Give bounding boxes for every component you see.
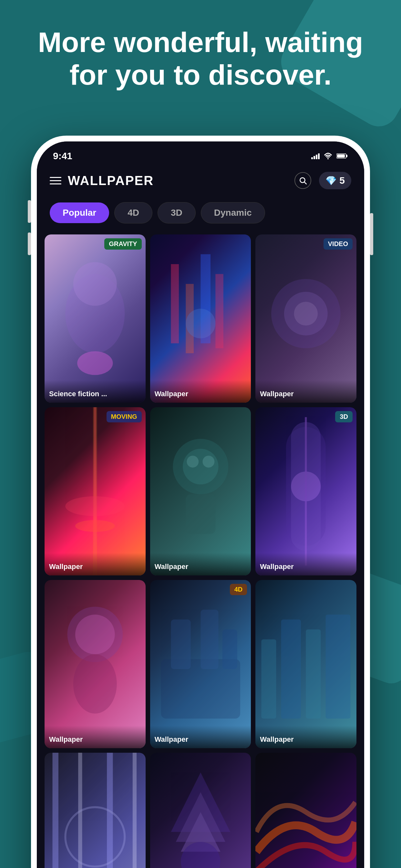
status-indicators xyxy=(311,153,348,159)
wallpaper-bg-6 xyxy=(255,407,357,576)
volume-down-button xyxy=(28,232,31,255)
app-title: WALLPAPER xyxy=(68,174,154,188)
svg-rect-3 xyxy=(337,154,345,158)
grid-item-5[interactable]: Wallpaper xyxy=(150,407,251,576)
menu-button[interactable] xyxy=(50,177,61,184)
item-label-4: Wallpaper xyxy=(44,553,146,576)
wallpaper-bg-2 xyxy=(150,235,251,403)
svg-rect-2 xyxy=(346,155,347,157)
svg-rect-34 xyxy=(171,620,190,669)
wallpaper-art-7 xyxy=(44,580,146,748)
signal-bar-3 xyxy=(316,155,317,159)
gems-count: 5 xyxy=(339,175,345,186)
grid-item-12[interactable]: Wallpaper xyxy=(255,753,357,868)
grid-item-6[interactable]: 3D Wallpaper xyxy=(255,407,357,576)
tab-dynamic[interactable]: Dynamic xyxy=(201,202,265,223)
wallpaper-art-6 xyxy=(255,407,357,576)
signal-bar-4 xyxy=(318,153,320,159)
svg-point-8 xyxy=(77,351,113,375)
svg-line-5 xyxy=(305,182,306,184)
menu-bar-1 xyxy=(50,177,61,178)
power-button xyxy=(370,213,373,255)
svg-point-20 xyxy=(75,520,115,532)
wallpaper-bg-3 xyxy=(255,235,357,403)
svg-rect-38 xyxy=(281,620,301,719)
phone-mockup: 9:41 xyxy=(31,135,370,868)
grid-item-1[interactable]: GRAVITY Science fiction ... xyxy=(44,235,146,403)
svg-point-23 xyxy=(187,456,198,468)
tab-popular[interactable]: Popular xyxy=(50,203,109,223)
grid-item-7[interactable]: Wallpaper xyxy=(44,580,146,748)
hero-title: More wonderful, waiting for you to disco… xyxy=(19,26,382,91)
wallpaper-bg-5 xyxy=(150,407,251,576)
search-icon xyxy=(299,176,307,185)
tab-3d[interactable]: 3D xyxy=(158,202,196,223)
wallpaper-grid: GRAVITY Science fiction ... W xyxy=(37,230,364,868)
grid-item-4[interactable]: MOVING Wallpaper xyxy=(44,407,146,576)
wallpaper-art-1 xyxy=(44,235,146,403)
grid-item-11[interactable]: Wallpaper xyxy=(150,753,251,868)
badge-video-3: VIDEO xyxy=(323,238,352,250)
wallpaper-bg-4 xyxy=(44,407,146,576)
wallpaper-art-3 xyxy=(255,235,357,403)
menu-bar-2 xyxy=(50,180,61,181)
gem-icon: 💎 xyxy=(326,175,337,186)
badge-moving-4: MOVING xyxy=(106,411,142,423)
phone-outer: 9:41 xyxy=(31,135,370,868)
svg-point-32 xyxy=(73,654,117,714)
phone-screen: 9:41 xyxy=(37,142,364,868)
item-label-9: Wallpaper xyxy=(255,725,357,748)
wallpaper-art-2 xyxy=(150,235,251,403)
signal-bar-2 xyxy=(313,156,315,159)
svg-point-45 xyxy=(65,807,125,867)
svg-rect-35 xyxy=(201,610,218,669)
svg-rect-12 xyxy=(215,274,223,348)
signal-bar-1 xyxy=(311,157,313,159)
svg-point-13 xyxy=(186,309,215,338)
svg-point-7 xyxy=(73,262,117,306)
item-label-7: Wallpaper xyxy=(44,725,146,748)
svg-rect-9 xyxy=(171,264,179,343)
gems-badge[interactable]: 💎 5 xyxy=(319,172,351,189)
header-right: 💎 5 xyxy=(295,172,351,189)
status-time: 9:41 xyxy=(53,151,72,161)
svg-point-0 xyxy=(328,158,329,159)
wallpaper-art-10 xyxy=(44,753,146,868)
grid-item-3[interactable]: VIDEO Wallpaper xyxy=(255,235,357,403)
wallpaper-bg-8 xyxy=(150,580,251,748)
item-label-3: Wallpaper xyxy=(255,380,357,403)
grid-item-8[interactable]: 4D Wallpaper xyxy=(150,580,251,748)
wallpaper-bg-1 xyxy=(44,235,146,403)
item-label-8: Wallpaper xyxy=(150,725,251,748)
svg-rect-36 xyxy=(222,629,237,669)
grid-item-10[interactable]: Wallpaper xyxy=(44,753,146,868)
svg-rect-40 xyxy=(326,615,351,719)
item-label-5: Wallpaper xyxy=(150,553,251,576)
signal-icon xyxy=(311,153,320,159)
svg-point-19 xyxy=(65,496,125,516)
wallpaper-art-5 xyxy=(150,407,251,576)
menu-bar-3 xyxy=(50,183,61,184)
wallpaper-bg-12 xyxy=(255,753,357,868)
svg-point-24 xyxy=(203,456,214,468)
item-label-6: Wallpaper xyxy=(255,553,357,576)
badge-gravity-1: GRAVITY xyxy=(104,238,142,250)
wallpaper-bg-9 xyxy=(255,580,357,748)
wallpaper-bg-7 xyxy=(44,580,146,748)
wallpaper-bg-11 xyxy=(150,753,251,868)
grid-item-2[interactable]: Wallpaper xyxy=(150,235,251,403)
grid-item-9[interactable]: Wallpaper xyxy=(255,580,357,748)
filter-tabs: Popular 4D 3D Dynamic xyxy=(37,196,364,230)
badge-4d-8: 4D xyxy=(230,584,247,595)
battery-icon xyxy=(336,153,348,159)
tab-4d[interactable]: 4D xyxy=(114,202,152,223)
item-label-1: Science fiction ... xyxy=(44,380,146,403)
header-left: WALLPAPER xyxy=(50,174,154,188)
wifi-icon xyxy=(323,153,333,159)
volume-up-button xyxy=(28,200,31,223)
wallpaper-art-11 xyxy=(150,753,251,868)
svg-rect-37 xyxy=(261,640,276,718)
search-button[interactable] xyxy=(295,172,311,189)
status-bar: 9:41 xyxy=(37,142,364,165)
app-header: WALLPAPER 💎 5 xyxy=(37,165,364,196)
